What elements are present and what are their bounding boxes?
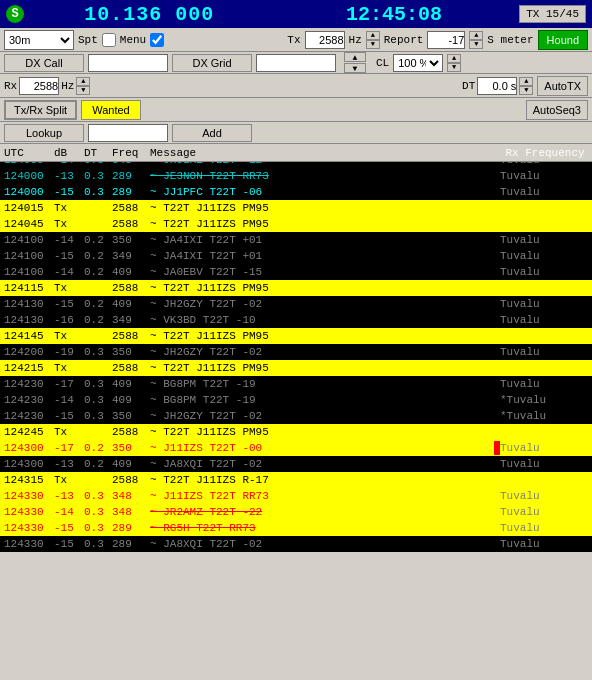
cell-utc: 124045 bbox=[2, 218, 54, 230]
cell-utc: 124145 bbox=[2, 330, 54, 342]
txrx-split-button[interactable]: Tx/Rx Split bbox=[4, 100, 77, 120]
cell-msg: ~ JH2GZY T22T -02 bbox=[150, 298, 500, 310]
cell-msg: ~ VK3BD T22T -10 bbox=[150, 314, 500, 326]
time-display: 12:45:08 bbox=[275, 3, 514, 26]
cell-freq: 349 bbox=[112, 250, 150, 262]
dt-input[interactable]: 0.0 s bbox=[477, 77, 517, 95]
dx-grid-input[interactable] bbox=[256, 54, 336, 72]
cell-db: -16 bbox=[54, 314, 84, 326]
cell-utc: 124130 bbox=[2, 314, 54, 326]
tx-hz-up[interactable]: ▲ bbox=[366, 31, 380, 40]
hound-button[interactable]: Hound bbox=[538, 30, 588, 50]
table-row[interactable]: 124330-150.3289~ RG5H T22T RR73Tuvalu bbox=[0, 520, 592, 536]
table-row[interactable]: 124100-140.2350~ JA4IXI T22T +01Tuvalu bbox=[0, 232, 592, 248]
dx-call-input[interactable] bbox=[88, 54, 168, 72]
autotx-button[interactable]: AutoTX bbox=[537, 76, 588, 96]
col-headers: UTC dB DT Freq Message Rx Frequency bbox=[0, 144, 592, 162]
dx-call-button[interactable]: DX Call bbox=[4, 54, 84, 72]
table-row[interactable]: 124130-150.2409~ JH2GZY T22T -02Tuvalu bbox=[0, 296, 592, 312]
cell-rxfreq: Tuvalu bbox=[500, 506, 590, 518]
cell-utc: 124130 bbox=[2, 298, 54, 310]
cell-db: Tx bbox=[54, 330, 84, 342]
cell-rxfreq: Tuvalu bbox=[500, 522, 590, 534]
tx-hz-input[interactable]: 2588 bbox=[305, 31, 345, 49]
down-button[interactable]: ▼ bbox=[344, 63, 366, 73]
table-row[interactable]: 124145Tx2588~ T22T J11IZS PM95 bbox=[0, 328, 592, 344]
up-button[interactable]: ▲ bbox=[344, 52, 366, 62]
cell-freq: 2588 bbox=[112, 474, 150, 486]
table-row[interactable]: 124230-170.3409~ BG8PM T22T -19Tuvalu bbox=[0, 376, 592, 392]
cell-rxfreq: Tuvalu bbox=[500, 442, 590, 454]
table-row[interactable]: 124245Tx2588~ T22T J11IZS PM95 bbox=[0, 424, 592, 440]
report-up[interactable]: ▲ bbox=[469, 31, 483, 40]
lookup-input[interactable] bbox=[88, 124, 168, 142]
lookup-row: Lookup Add bbox=[0, 122, 592, 144]
message-list[interactable]: 123530-180.2345~ JA5LRS T22T -12Tuvalu12… bbox=[0, 162, 592, 552]
dx-grid-button[interactable]: DX Grid bbox=[172, 54, 252, 72]
cell-dt: 0.2 bbox=[84, 298, 112, 310]
lookup-button[interactable]: Lookup bbox=[4, 124, 84, 142]
rx-label: Rx bbox=[4, 80, 17, 92]
wanted-button[interactable]: Wanted bbox=[81, 100, 141, 120]
menu-checkbox[interactable] bbox=[150, 33, 164, 47]
cell-freq: 349 bbox=[112, 314, 150, 326]
spt-checkbox[interactable] bbox=[102, 33, 116, 47]
cl-down[interactable]: ▼ bbox=[447, 63, 461, 72]
table-row[interactable]: 124200-190.3350~ JH2GZY T22T -02Tuvalu bbox=[0, 344, 592, 360]
dt-down[interactable]: ▼ bbox=[519, 86, 533, 95]
s-meter-label: S meter bbox=[487, 34, 533, 46]
table-row[interactable]: 124130-160.2349~ VK3BD T22T -10Tuvalu bbox=[0, 312, 592, 328]
cell-rxfreq: Tuvalu bbox=[500, 490, 590, 502]
header-utc: UTC bbox=[2, 147, 54, 159]
tx-hz-down[interactable]: ▼ bbox=[366, 40, 380, 49]
table-row[interactable]: 124045Tx2588~ T22T J11IZS PM95 bbox=[0, 216, 592, 232]
cell-rxfreq: Tuvalu bbox=[500, 378, 590, 390]
cell-freq: 289 bbox=[112, 186, 150, 198]
table-row[interactable]: 124115Tx2588~ T22T J11IZS PM95 bbox=[0, 280, 592, 296]
add-button[interactable]: Add bbox=[172, 124, 252, 142]
cell-freq: 2588 bbox=[112, 426, 150, 438]
cell-freq: 2588 bbox=[112, 330, 150, 342]
table-row[interactable]: 124330-130.3348~ J11IZS T22T RR73Tuvalu bbox=[0, 488, 592, 504]
band-select[interactable]: 30m bbox=[4, 30, 74, 50]
report-input[interactable]: -17 bbox=[427, 31, 465, 49]
table-row[interactable]: 124100-150.2349~ JA4IXI T22T +01Tuvalu bbox=[0, 248, 592, 264]
table-row[interactable]: 124330-150.3289~ JA8XQI T22T -02Tuvalu bbox=[0, 536, 592, 552]
table-row[interactable]: 124015Tx2588~ T22T J11IZS PM95 bbox=[0, 200, 592, 216]
table-row[interactable]: 124000-150.3289~ JJ1PFC T22T -06Tuvalu bbox=[0, 184, 592, 200]
cell-dt: 0.3 bbox=[84, 410, 112, 422]
cell-dt: 0.2 bbox=[84, 250, 112, 262]
autoseq-button[interactable]: AutoSeq3 bbox=[526, 100, 588, 120]
cell-freq: 289 bbox=[112, 522, 150, 534]
cell-msg: ~ T22T J11IZS PM95 bbox=[150, 330, 500, 342]
rx-hz-down[interactable]: ▼ bbox=[76, 86, 90, 95]
cell-dt: 0.3 bbox=[84, 394, 112, 406]
cell-utc: 124000 bbox=[2, 170, 54, 182]
cell-dt: 0.2 bbox=[84, 234, 112, 246]
dt-up[interactable]: ▲ bbox=[519, 77, 533, 86]
cell-db: -15 bbox=[54, 250, 84, 262]
cl-select[interactable]: 100 % bbox=[393, 54, 443, 72]
table-row[interactable]: 124315Tx2588~ T22T J11IZS R-17 bbox=[0, 472, 592, 488]
cell-msg: ~ JA0EBV T22T -15 bbox=[150, 266, 500, 278]
report-down[interactable]: ▼ bbox=[469, 40, 483, 49]
table-row[interactable]: 124000-130.3289~ JE3NON T22T RR73Tuvalu bbox=[0, 168, 592, 184]
table-row[interactable]: 124215Tx2588~ T22T J11IZS PM95 bbox=[0, 360, 592, 376]
cell-utc: 124115 bbox=[2, 282, 54, 294]
ctrl-row1: 30m Spt Menu Tx 2588 Hz ▲ ▼ Report -17 ▲… bbox=[0, 28, 592, 52]
cell-msg: ~ JA4IXI T22T +01 bbox=[150, 234, 500, 246]
table-row[interactable]: 124230-150.3350~ JH2GZY T22T -02*Tuvalu bbox=[0, 408, 592, 424]
cell-msg: ~ T22T J11IZS PM95 bbox=[150, 282, 500, 294]
rx-hz-up[interactable]: ▲ bbox=[76, 77, 90, 86]
table-row[interactable]: 124100-140.2409~ JA0EBV T22T -15Tuvalu bbox=[0, 264, 592, 280]
cl-up[interactable]: ▲ bbox=[447, 54, 461, 63]
rx-hz-input[interactable]: 2588 bbox=[19, 77, 59, 95]
table-row[interactable]: 124230-140.3409~ BG8PM T22T -19*Tuvalu bbox=[0, 392, 592, 408]
table-row[interactable]: 124300-170.2350~ J11IZS T22T -00Tuvalu bbox=[0, 440, 592, 456]
cell-rxfreq: *Tuvalu bbox=[500, 410, 590, 422]
cell-db: Tx bbox=[54, 426, 84, 438]
table-row[interactable]: 124330-140.3348~ JR2AMZ T22T -22Tuvalu bbox=[0, 504, 592, 520]
cell-utc: 124300 bbox=[2, 458, 54, 470]
table-row[interactable]: 124300-130.2409~ JA8XQI T22T -02Tuvalu bbox=[0, 456, 592, 472]
cell-utc: 124100 bbox=[2, 250, 54, 262]
